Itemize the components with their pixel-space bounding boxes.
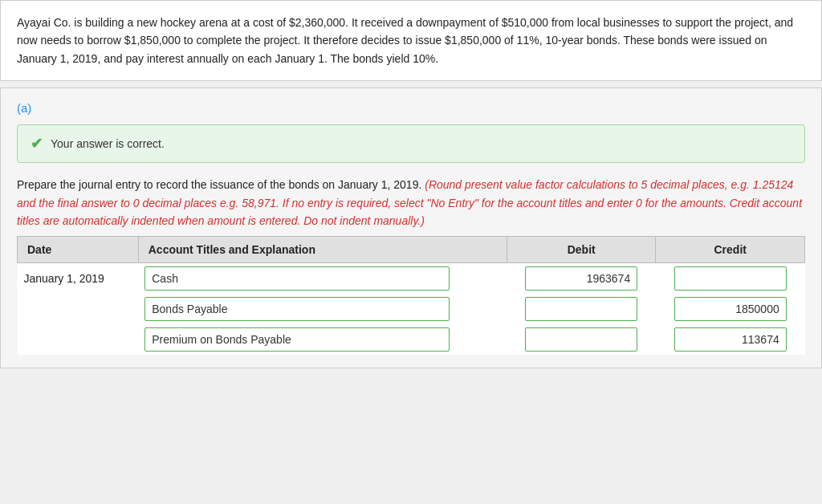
- table-row: [18, 324, 805, 355]
- entry-date-2: [18, 294, 139, 324]
- problem-section: Ayayai Co. is building a new hockey aren…: [0, 0, 822, 81]
- debit-cell-1[interactable]: [507, 263, 656, 295]
- header-debit: Debit: [507, 237, 656, 263]
- account-input-2[interactable]: [144, 297, 450, 321]
- entry-date-3: [18, 324, 139, 355]
- table-header-row: Date Account Titles and Explanation Debi…: [18, 237, 805, 263]
- debit-input-2[interactable]: [525, 297, 637, 321]
- entry-date-1: January 1, 2019: [18, 263, 139, 295]
- credit-cell-1[interactable]: [656, 263, 805, 295]
- account-cell-3[interactable]: [138, 324, 507, 355]
- table-row: [18, 294, 805, 324]
- header-account: Account Titles and Explanation: [138, 237, 507, 263]
- instruction-normal: Prepare the journal entry to record the …: [17, 176, 805, 230]
- debit-input-3[interactable]: [525, 327, 637, 352]
- correct-answer-box: ✔ Your answer is correct.: [17, 124, 805, 163]
- account-cell-1[interactable]: [138, 263, 507, 295]
- credit-cell-2[interactable]: [656, 294, 805, 324]
- header-date: Date: [18, 237, 139, 263]
- credit-input-2[interactable]: [674, 297, 787, 321]
- part-a-section: (a) ✔ Your answer is correct. Prepare th…: [0, 87, 822, 368]
- checkmark-icon: ✔: [31, 135, 43, 152]
- account-input-1[interactable]: [144, 266, 450, 291]
- debit-cell-3[interactable]: [507, 324, 656, 355]
- credit-input-1[interactable]: [674, 266, 787, 291]
- debit-input-1[interactable]: [525, 266, 637, 291]
- journal-table: Date Account Titles and Explanation Debi…: [17, 236, 805, 355]
- header-credit: Credit: [656, 237, 805, 263]
- part-a-label: (a): [17, 101, 805, 115]
- table-row: January 1, 2019: [18, 263, 805, 295]
- problem-text: Ayayai Co. is building a new hockey aren…: [17, 14, 805, 67]
- account-cell-2[interactable]: [138, 294, 507, 324]
- credit-cell-3[interactable]: [656, 324, 805, 355]
- debit-cell-2[interactable]: [507, 294, 656, 324]
- page-wrapper: Ayayai Co. is building a new hockey aren…: [0, 0, 822, 504]
- credit-input-3[interactable]: [674, 327, 787, 352]
- account-input-3[interactable]: [144, 327, 450, 352]
- correct-answer-text: Your answer is correct.: [51, 137, 165, 150]
